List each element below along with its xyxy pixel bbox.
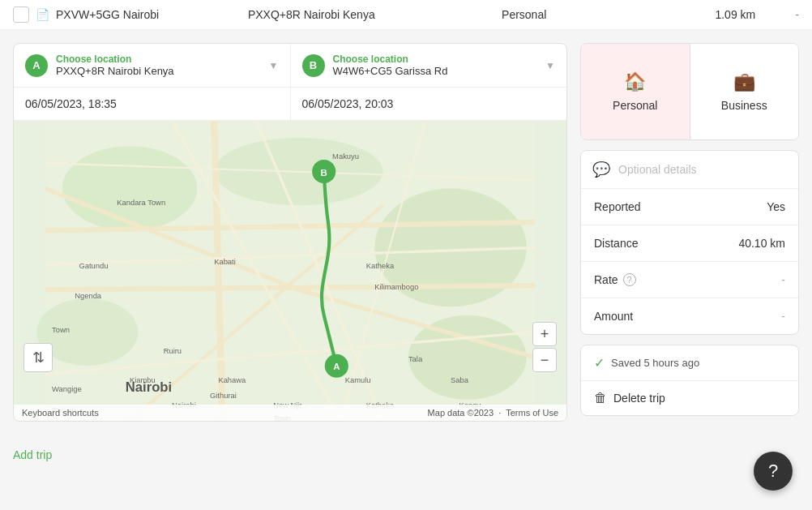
trip-name: PXVW+5GG Nairobi (56, 8, 241, 21)
rate-value: - (781, 273, 785, 286)
svg-text:Town: Town (52, 326, 70, 334)
table-row: 📄 PXVW+5GG Nairobi PXXQ+8R Nairobi Kenya… (0, 0, 812, 30)
amount-row: Amount - (581, 298, 798, 334)
reported-value: Yes (767, 200, 785, 213)
date-row: 06/05/2023, 18:35 06/05/2023, 20:03 (14, 88, 566, 121)
map-container[interactable]: Kandara Town Makuyu Kabati Gatundu Ngend… (14, 121, 566, 421)
chevron-down-icon-b: ▼ (545, 60, 555, 71)
location-a-value: PXXQ+8R Nairobi Kenya (56, 65, 261, 77)
location-b-value: W4W6+CG5 Garissa Rd (333, 65, 538, 77)
swap-directions-button[interactable]: ⇅ (24, 343, 53, 372)
trip-type-selector: 🏠 Personal 💼 Business (580, 43, 799, 140)
map-data-label: Map data ©2023 · Terms of Use (428, 408, 558, 418)
add-trip-footer: Add trip (0, 435, 812, 475)
svg-text:Saba: Saba (451, 376, 469, 384)
optional-details-row[interactable]: 💬 Optional details (581, 151, 798, 189)
distance-value: 40.10 km (738, 237, 785, 250)
terms-of-use-link[interactable]: Terms of Use (506, 408, 558, 418)
type-personal-option[interactable]: 🏠 Personal (581, 44, 690, 139)
svg-text:Kilimambogo: Kilimambogo (374, 283, 418, 291)
map-attribution: Keyboard shortcuts Map data ©2023 · Term… (14, 405, 566, 421)
trip-type: Personal (502, 8, 626, 21)
date-start[interactable]: 06/05/2023, 18:35 (14, 88, 291, 120)
svg-point-2 (62, 146, 198, 230)
help-icon: ? (768, 461, 778, 482)
chat-icon: 💬 (592, 161, 610, 178)
amount-value: - (781, 310, 785, 323)
location-b-label: Choose location (333, 54, 538, 65)
keyboard-shortcuts-link[interactable]: Keyboard shortcuts (22, 408, 99, 418)
location-a-label: Choose location (56, 54, 261, 65)
main-content: A Choose location PXXQ+8R Nairobi Kenya … (0, 30, 812, 435)
zoom-out-button[interactable]: − (532, 348, 557, 372)
svg-text:Nairobi: Nairobi (126, 379, 172, 395)
location-a-picker[interactable]: A Choose location PXXQ+8R Nairobi Kenya … (14, 44, 291, 87)
row-checkbox[interactable] (13, 6, 29, 23)
footer-actions: ✓ Saved 5 hours ago 🗑 Delete trip (580, 345, 799, 416)
trip-extra: - (762, 8, 799, 21)
map-zoom-controls: + − (532, 322, 557, 372)
svg-text:Gatundu: Gatundu (79, 262, 108, 270)
svg-text:Makuyu: Makuyu (332, 152, 359, 161)
document-icon: 📄 (36, 8, 49, 21)
svg-text:Tala: Tala (408, 355, 423, 363)
svg-text:Kamulu: Kamulu (345, 376, 371, 384)
saved-status: ✓ Saved 5 hours ago (581, 345, 798, 381)
badge-b: B (302, 54, 325, 77)
trip-distance: 1.09 km (632, 8, 756, 21)
check-icon: ✓ (594, 355, 605, 371)
trip-destination: PXXQ+8R Nairobi Kenya (248, 8, 495, 21)
svg-text:Ngenda: Ngenda (75, 292, 102, 300)
location-b-text: Choose location W4W6+CG5 Garissa Rd (333, 54, 538, 77)
saved-status-text: Saved 5 hours ago (611, 357, 699, 369)
svg-text:A: A (333, 362, 340, 371)
svg-text:Githurai: Githurai (210, 392, 237, 400)
reported-row: Reported Yes (581, 189, 798, 225)
type-business-label: Business (721, 99, 767, 112)
svg-text:Kandara Town: Kandara Town (117, 199, 165, 207)
home-icon: 🏠 (624, 71, 646, 92)
svg-text:B: B (321, 168, 327, 178)
svg-text:Ruiru: Ruiru (164, 347, 182, 355)
location-b-picker[interactable]: B Choose location W4W6+CG5 Garissa Rd ▼ (291, 44, 567, 87)
type-business-option[interactable]: 💼 Business (690, 44, 799, 139)
date-end[interactable]: 06/05/2023, 20:03 (291, 88, 567, 120)
right-panel: 🏠 Personal 💼 Business 💬 Optional details… (580, 43, 799, 422)
chevron-down-icon: ▼ (269, 60, 279, 71)
reported-label: Reported (594, 200, 641, 213)
trash-icon: 🗑 (594, 391, 607, 405)
add-trip-link[interactable]: Add trip (13, 448, 52, 461)
delete-trip-button[interactable]: 🗑 Delete trip (581, 381, 798, 415)
delete-trip-label: Delete trip (613, 392, 665, 405)
rate-row: Rate ? - (581, 262, 798, 298)
briefcase-icon: 💼 (733, 71, 755, 92)
badge-a: A (25, 54, 48, 77)
type-personal-label: Personal (613, 99, 657, 112)
distance-row: Distance 40.10 km (581, 225, 798, 262)
map-svg: Kandara Town Makuyu Kabati Gatundu Ngend… (14, 121, 566, 421)
rate-info-icon[interactable]: ? (623, 273, 636, 286)
svg-text:Katheka: Katheka (366, 262, 395, 270)
svg-text:Wangige: Wangige (52, 385, 82, 393)
location-row: A Choose location PXXQ+8R Nairobi Kenya … (14, 44, 566, 88)
help-fab-button[interactable]: ? (754, 452, 793, 491)
zoom-in-button[interactable]: + (532, 322, 557, 346)
rate-label: Rate ? (594, 273, 636, 286)
amount-label: Amount (594, 310, 633, 323)
optional-details-placeholder: Optional details (618, 163, 697, 176)
svg-text:Kabati: Kabati (214, 258, 236, 266)
left-panel: A Choose location PXXQ+8R Nairobi Kenya … (13, 43, 567, 422)
details-card: 💬 Optional details Reported Yes Distance… (580, 150, 799, 335)
svg-text:Kahawa: Kahawa (218, 376, 246, 384)
location-a-text: Choose location PXXQ+8R Nairobi Kenya (56, 54, 261, 77)
distance-label: Distance (594, 237, 638, 250)
